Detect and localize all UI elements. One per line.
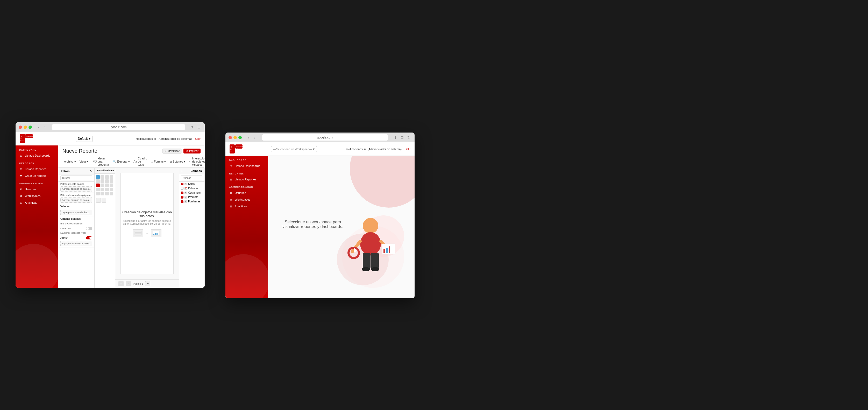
- back-button[interactable]: ‹: [36, 125, 41, 130]
- field-item-calendar[interactable]: 📅 Calendar: [179, 186, 205, 191]
- add-all-filter-btn[interactable]: Agregar campos de datos...: [60, 198, 92, 203]
- logout-link[interactable]: Salir: [195, 137, 200, 140]
- toolbar-explorar[interactable]: 🔍 Explorar ▾: [111, 159, 131, 164]
- maximize-button[interactable]: ⤢ Maximizar: [162, 148, 182, 153]
- viz-area-icon[interactable]: [96, 179, 100, 183]
- fullscreen-button-right[interactable]: [238, 136, 242, 139]
- close-filters-icon[interactable]: ✕: [89, 169, 92, 173]
- agregar-section: Agregue los campos de o...: [58, 240, 94, 247]
- sidebar-item-label: Analíticas: [25, 201, 37, 204]
- viz-table-icon[interactable]: [105, 179, 109, 183]
- canvas-subtitle: Seleccione o arrastre los campos desde e…: [121, 219, 173, 225]
- fields-chevron-icon[interactable]: ‹: [181, 169, 182, 172]
- new-tab-button-right[interactable]: ⊡: [400, 135, 405, 140]
- viz-pie-icon[interactable]: [105, 175, 109, 179]
- field-item-sales[interactable]: ✓ ≡ Sales: [179, 182, 205, 186]
- viz-map-icon[interactable]: [100, 179, 104, 183]
- fields-search-input[interactable]: [181, 175, 203, 180]
- sidebar-item-usuarios-right[interactable]: ⚙ Usuarios: [225, 190, 268, 196]
- toolbar-botones[interactable]: ⊡ Botones ▾: [168, 159, 187, 164]
- field-icon-calendar: 📅: [184, 187, 187, 190]
- field-item-products[interactable]: ✓ ≡ Products: [179, 195, 205, 199]
- sidebar-item-listado-right[interactable]: ⊞ Listado Reportes: [225, 176, 268, 183]
- print-button[interactable]: 🖨 Imprimir: [183, 148, 200, 153]
- field-item-purchases[interactable]: ✓ ≡ Purchases: [179, 199, 205, 204]
- close-button-right[interactable]: [228, 136, 232, 139]
- viz-line-icon[interactable]: [100, 175, 104, 179]
- sidebar-item-listado-dashboards[interactable]: ⊞ Listado Dashboards: [16, 152, 58, 159]
- sidebar-item-listado-reportes[interactable]: ⊞ Listado Reportes: [16, 166, 58, 172]
- activar-toggle[interactable]: [86, 236, 92, 239]
- workspace-selector[interactable]: Default ▾: [76, 136, 93, 142]
- minimize-button[interactable]: [24, 126, 27, 129]
- field-item-customers[interactable]: ✓ ≡ Customers: [179, 191, 205, 195]
- sidebar-item-workspaces-right[interactable]: ⚙ Workspaces: [225, 196, 268, 203]
- viz-matrix-icon[interactable]: [110, 179, 113, 183]
- sidebar-item-workspaces[interactable]: ⚙ Workspaces: [16, 193, 58, 199]
- sidebar-item-crear-reporte[interactable]: ✱ Crear un reporte: [16, 172, 58, 179]
- viz-custom3-icon[interactable]: [105, 192, 109, 196]
- logo-icon: U del Rosario Universidad del Rosario: [20, 134, 33, 143]
- add-page-filter-btn[interactable]: Agregar campos de datos...: [60, 186, 92, 192]
- viz-ribbon-icon[interactable]: [96, 187, 100, 191]
- viz-bar-icon[interactable]: [96, 175, 100, 179]
- toolbar-formas[interactable]: ◻ Formas ▾: [149, 159, 167, 164]
- toolbar-cuadro[interactable]: Aa Cuadro de texto: [132, 156, 149, 167]
- notifications-text: notificaciones sí (Administrador de sist…: [135, 137, 192, 140]
- shapes-icon: ◻: [151, 160, 153, 163]
- add-page-btn[interactable]: +: [145, 281, 150, 286]
- logout-link-right[interactable]: Salir: [405, 147, 410, 151]
- filters-search-input[interactable]: [60, 175, 92, 180]
- field-checkbox-sales: ✓: [181, 183, 183, 185]
- app-body-left: DASHBOARD ⊞ Listado Dashboards REPORTES …: [16, 145, 205, 288]
- viz-custom4-icon[interactable]: [110, 192, 113, 196]
- fullscreen-button[interactable]: [29, 126, 32, 129]
- minimize-button-right[interactable]: [234, 136, 237, 139]
- toolbar-archivo[interactable]: Archivo ▾: [62, 159, 78, 164]
- sidebar-item-usuarios[interactable]: ⚙ Usuarios: [16, 186, 58, 193]
- add-values-btn[interactable]: Agregar campos de dato...: [60, 210, 92, 215]
- back-button-right[interactable]: ‹: [246, 135, 251, 140]
- reload-button-right[interactable]: ↻: [406, 135, 411, 140]
- next-page-btn[interactable]: ›: [126, 281, 131, 286]
- viz-funnel-icon[interactable]: [105, 183, 109, 187]
- prev-page-btn[interactable]: ‹: [118, 281, 124, 286]
- page-label: Página 1: [133, 282, 143, 285]
- svg-rect-11: [153, 234, 154, 235]
- workspace-selector-right[interactable]: —Selecciona un Workspace— ▾: [271, 146, 317, 152]
- viz-custom2-icon[interactable]: [100, 192, 104, 196]
- viz-waterfall-icon[interactable]: [100, 187, 104, 191]
- viz-treemap-icon[interactable]: [110, 183, 113, 187]
- viz-card-icon[interactable]: [96, 183, 100, 187]
- share-button[interactable]: ⬆: [190, 125, 195, 130]
- toolbar-interacciones[interactable]: ⇆ Interacciones de objetos visuales ▾: [188, 156, 205, 167]
- forward-button[interactable]: ›: [42, 125, 48, 130]
- viz-decomp-icon[interactable]: [105, 187, 109, 191]
- viz-key-icon[interactable]: [110, 187, 113, 191]
- url-bar[interactable]: google.com: [52, 124, 185, 130]
- toolbar-vista[interactable]: Vista ▾: [78, 159, 90, 164]
- url-bar-right[interactable]: google.com: [262, 134, 388, 141]
- viz-grid: [95, 174, 115, 197]
- field-icon-purchases: ≡: [184, 200, 187, 203]
- toolbar-pregunta[interactable]: 💬 Hacer una pregunta: [92, 156, 111, 167]
- new-tab-button[interactable]: ⊡: [196, 125, 202, 130]
- agregar-btn[interactable]: Agregue los campos de o...: [60, 241, 92, 246]
- forward-button-right[interactable]: ›: [252, 135, 257, 140]
- chevron-down-icon: ▾: [184, 160, 186, 163]
- sidebar-item-analiticas-right[interactable]: ⊞ Analíticas: [225, 203, 268, 210]
- viz-custom1-icon[interactable]: [96, 192, 100, 196]
- desactivar-toggle[interactable]: [86, 227, 92, 230]
- analytics-icon-right: ⊞: [229, 204, 233, 208]
- sidebar-item-label: Analíticas: [235, 205, 247, 208]
- viz-gauge-icon[interactable]: [100, 183, 104, 187]
- sidebar-item-dashboards-right[interactable]: ⊞ Listado Dashboards: [225, 163, 268, 169]
- sidebar-item-analiticas[interactable]: ⊞ Analíticas: [16, 199, 58, 206]
- share-button-right[interactable]: ⬆: [393, 135, 398, 140]
- viz-scatter-icon[interactable]: [110, 175, 113, 179]
- canvas-area: Creación de objetos visuales con sus dat…: [115, 168, 179, 288]
- viz-small-2[interactable]: [101, 198, 106, 203]
- viz-small-1[interactable]: [96, 198, 101, 203]
- close-button[interactable]: [19, 126, 22, 129]
- svg-point-28: [371, 267, 379, 271]
